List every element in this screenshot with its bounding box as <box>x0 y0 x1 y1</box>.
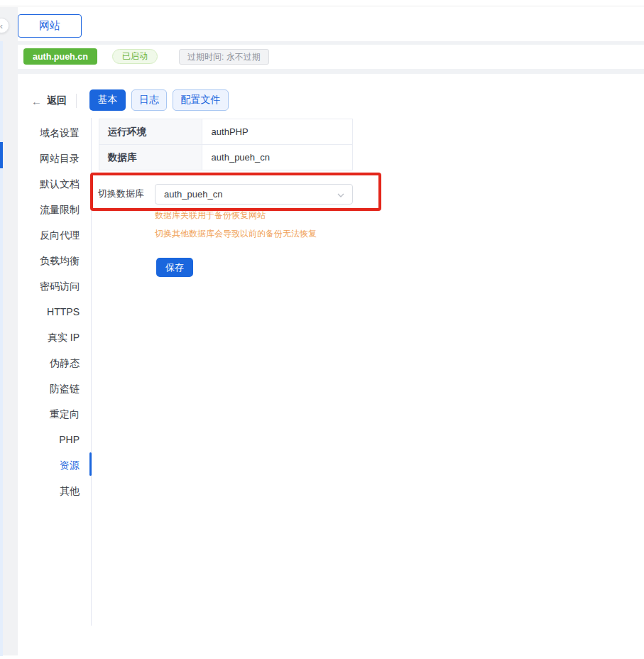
sidebar-item-default-document[interactable]: 默认文档 <box>18 171 80 197</box>
warning-switch-consequence: 切换其他数据库会导致以前的备份无法恢复 <box>155 228 317 240</box>
back-arrow-icon: ← <box>31 95 42 107</box>
status-badge: 已启动 <box>112 49 158 64</box>
sidebar-item-resources[interactable]: 资源 <box>18 452 80 478</box>
database-select[interactable]: auth_pueh_cn <box>155 184 353 205</box>
sidebar-item-reverse-proxy[interactable]: 反向代理 <box>18 222 80 248</box>
sidebar-item-hotlink-protection[interactable]: 防盗链 <box>18 376 80 401</box>
database-select-value: auth_pueh_cn <box>164 189 222 200</box>
sidebar-item-php[interactable]: PHP <box>18 427 80 452</box>
site-info-table: 运行环境 authPHP 数据库 auth_pueh_cn <box>99 119 353 170</box>
sidebar-item-site-directory[interactable]: 网站目录 <box>18 146 80 171</box>
site-settings-panel: ← 返回 基本 日志 配置文件 域名设置 网站目录 默认文档 流量限制 反向代理… <box>18 74 644 655</box>
sidebar-item-https[interactable]: HTTPS <box>18 299 80 325</box>
back-label: 返回 <box>47 94 67 107</box>
top-border-bar <box>0 0 644 6</box>
switch-database-label: 切换数据库 <box>98 187 144 200</box>
sidebar-divider <box>91 118 92 626</box>
collapsed-nav-active-indicator <box>0 142 3 168</box>
sidebar-item-domain-settings[interactable]: 域名设置 <box>18 120 80 146</box>
app-tab-label: 网站 <box>39 19 60 33</box>
runtime-env-label: 运行环境 <box>99 119 202 145</box>
runtime-env-value: authPHP <box>202 119 353 145</box>
separator-band <box>18 69 644 74</box>
expire-badge: 过期时间: 永不过期 <box>179 49 269 65</box>
chevron-left-icon: ‹ <box>0 21 3 31</box>
tab-logs[interactable]: 日志 <box>131 89 167 111</box>
sidebar-item-traffic-limit[interactable]: 流量限制 <box>18 197 80 222</box>
back-button[interactable]: ← 返回 <box>31 92 67 109</box>
sidebar-item-real-ip[interactable]: 真实 IP <box>18 325 80 350</box>
chevron-down-icon <box>337 191 345 202</box>
tab-config-file[interactable]: 配置文件 <box>173 89 229 111</box>
domain-badge: auth.pueh.cn <box>23 48 97 65</box>
database-value: auth_pueh_cn <box>202 145 353 170</box>
sidebar-active-indicator <box>89 452 92 476</box>
app-window: ‹ 网站 auth.pueh.cn 已启动 过期时间: 永不过期 ← 返回 基本… <box>0 0 644 659</box>
database-label: 数据库 <box>99 145 202 170</box>
app-tab-website[interactable]: 网站 <box>18 14 82 38</box>
sidebar-item-redirect[interactable]: 重定向 <box>18 401 80 427</box>
toolbar-divider <box>76 94 77 108</box>
table-row: 数据库 auth_pueh_cn <box>99 145 353 170</box>
settings-sidebar: 域名设置 网站目录 默认文档 流量限制 反向代理 负载均衡 密码访问 HTTPS… <box>18 120 80 503</box>
app-tab-strip <box>18 7 644 41</box>
sidebar-item-password-access[interactable]: 密码访问 <box>18 273 80 299</box>
collapsed-nav-rail <box>0 41 3 656</box>
tab-basic[interactable]: 基本 <box>89 89 126 111</box>
warning-backup-association: 数据库关联用于备份恢复网站 <box>155 209 266 222</box>
table-row: 运行环境 authPHP <box>99 119 353 145</box>
sidebar-item-other[interactable]: 其他 <box>18 478 80 503</box>
save-button[interactable]: 保存 <box>156 258 193 277</box>
sidebar-item-rewrite[interactable]: 伪静态 <box>18 350 80 376</box>
sidebar-item-load-balancing[interactable]: 负载均衡 <box>18 248 80 273</box>
site-status-row: auth.pueh.cn 已启动 过期时间: 永不过期 <box>18 45 644 69</box>
